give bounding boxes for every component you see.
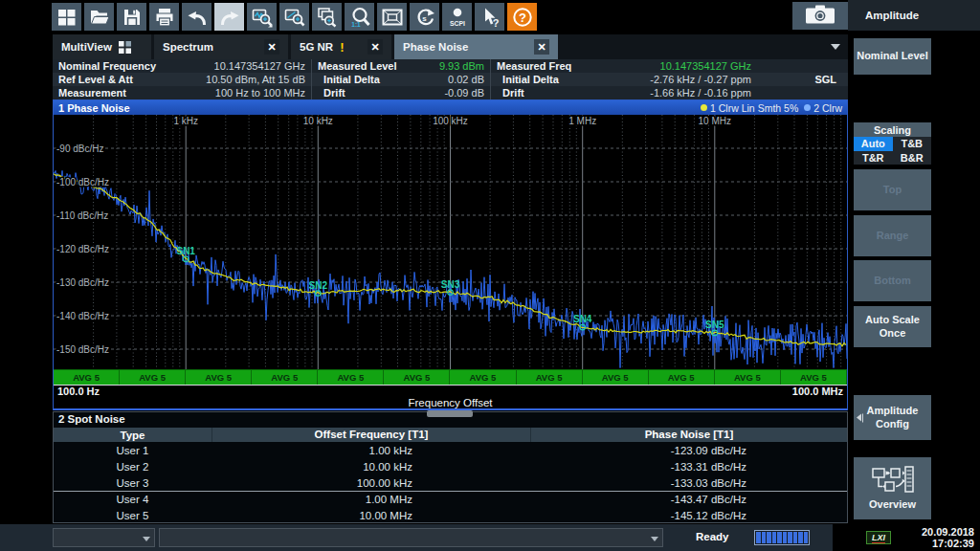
display-frame-icon: [381, 6, 404, 29]
chevron-down-icon: [651, 537, 658, 541]
zoom-one-to-one-button[interactable]: 1:1: [345, 3, 374, 31]
spot-noise-window[interactable]: 2 Spot Noise TypeOffset Frequency [T1]Ph…: [53, 411, 848, 523]
context-help-icon: ?: [479, 6, 501, 29]
open-file-button[interactable]: [84, 3, 114, 31]
status-dropdown-left[interactable]: [53, 528, 155, 547]
averaging-status-bar: AVG 5AVG 5AVG 5AVG 5AVG 5AVG 5AVG 5AVG 5…: [54, 369, 847, 386]
x-axis-title: Frequency Offset: [54, 397, 847, 409]
instrument-screen: { "toolbar": { "buttons": [ {"icon":"win…: [0, 0, 980, 551]
softkey-menu-title: Amplitude: [848, 0, 936, 31]
progress-segment: [777, 532, 782, 543]
screenshot-camera-button[interactable]: [792, 2, 848, 30]
save-button[interactable]: [117, 3, 146, 31]
svg-text:?: ?: [492, 16, 499, 28]
progress-segment: [788, 532, 792, 543]
y-tick-label: -100 dBc/Hz: [56, 177, 109, 187]
y-tick-label: -150 dBc/Hz: [56, 344, 109, 355]
redo-button: [214, 3, 244, 31]
avg-segment: AVG 5: [715, 369, 781, 385]
softkey-overview[interactable]: Overview: [854, 457, 931, 519]
scaling-option-tandr[interactable]: T&R: [854, 151, 893, 165]
info-value: 100 Hz to 100 MHz: [215, 87, 305, 99]
close-icon[interactable]: ✕: [264, 39, 279, 55]
y-tick-label: -110 dBc/Hz: [56, 210, 108, 221]
softkey-top: Top: [854, 169, 931, 210]
redo-icon: [218, 6, 241, 29]
softkey-nominal-level[interactable]: Nominal Level: [854, 38, 931, 75]
undo-button[interactable]: [182, 3, 212, 31]
window-splitter-handle[interactable]: [427, 410, 473, 417]
camera-icon: [804, 4, 836, 29]
y-tick-label: -130 dBc/Hz: [56, 277, 109, 288]
column-header: Offset Frequency [T1]: [212, 428, 530, 442]
info-label: Measured Level: [318, 60, 397, 72]
tab-label: Spectrum: [163, 41, 213, 53]
scpi-recorder-button[interactable]: SCPI: [442, 3, 472, 31]
zoom-1to1-icon: 1:1: [348, 6, 371, 29]
info-label: Nominal Frequency: [58, 60, 156, 72]
info-row: Measured Freq10.147354127 GHz: [491, 59, 848, 73]
status-dropdown-main[interactable]: [159, 528, 663, 547]
tab-multiview[interactable]: MultiView: [53, 34, 151, 59]
softkey-amplitude-config[interactable]: Amplitude Config: [854, 395, 931, 440]
spot-phase-noise: -145.12 dBc/Hz: [530, 510, 847, 521]
spot-offset-frequency: 100.00 kHz: [212, 477, 530, 489]
scaling-softkey-group: Scaling AutoT&BT&RB&R: [854, 122, 931, 165]
progress-segment: [767, 532, 771, 543]
softkey-label: Overview: [869, 498, 916, 512]
tab-spectrum[interactable]: Spectrum✕: [154, 34, 288, 59]
avg-segment: AVG 5: [517, 369, 583, 385]
zoom-graph-icon: [251, 6, 274, 29]
spot-noise-table: TypeOffset Frequency [T1]Phase Noise [T1…: [54, 428, 847, 523]
progress-segment: [804, 532, 809, 543]
tab-5g-nr[interactable]: 5G NR!✕: [291, 34, 391, 59]
tab-overflow-chevron-icon[interactable]: [831, 44, 840, 50]
zoom-graph-button[interactable]: [247, 3, 277, 31]
phase-noise-window-title: 1 Phase Noise: [58, 102, 130, 114]
tab-phase-noise[interactable]: Phase Noise✕: [394, 34, 558, 59]
y-tick-label: -140 dBc/Hz: [56, 311, 109, 321]
context-help-button[interactable]: ?: [475, 3, 504, 31]
overview-flow-icon: [871, 465, 915, 497]
scaling-label: Scaling: [854, 122, 931, 137]
x-axis-stop-label: 100.0 MHz: [792, 386, 843, 397]
scaling-option-tandb[interactable]: T&B: [893, 137, 932, 151]
phase-noise-plot[interactable]: SN1SN2SN3SN4SN51 kHz10 kHz100 kHz1 MHz10…: [54, 115, 847, 369]
close-icon[interactable]: ✕: [368, 39, 383, 55]
undo-icon: [186, 6, 209, 29]
help-button[interactable]: ?: [507, 3, 537, 31]
submenu-arrow-icon: [857, 413, 863, 422]
svg-text:SN4: SN4: [573, 314, 592, 324]
softkey-auto-scale-once[interactable]: Auto Scale Once: [854, 306, 931, 347]
softkey-label: Nominal Level: [857, 50, 928, 63]
phase-noise-window[interactable]: 1 Phase Noise 1 Clrw Lin Smth 5%2 Clrw S…: [53, 99, 848, 410]
scaling-option-auto[interactable]: Auto: [854, 137, 893, 151]
progress-segment: [783, 532, 788, 543]
info-value: 9.93 dBm: [439, 60, 484, 72]
svg-text:1:1: 1:1: [351, 21, 361, 28]
spot-phase-noise: -133.31 dBc/Hz: [530, 461, 847, 473]
windows-menu-button[interactable]: [52, 3, 81, 31]
zoom-area-button[interactable]: [279, 3, 309, 31]
legend-trace-1: 1 Clrw Lin Smth 5%: [701, 102, 798, 114]
close-icon[interactable]: ✕: [534, 39, 549, 55]
status-bar: Ready LXI 20.09.2018 17:02:39: [0, 524, 980, 551]
toolbar: 1:1sSCPI??: [52, 3, 537, 31]
single-repeat-button[interactable]: s: [410, 3, 439, 31]
print-button[interactable]: [149, 3, 179, 31]
spot-phase-noise: -133.03 dBc/Hz: [530, 477, 847, 489]
legend-trace-2: 2 Clrw: [804, 102, 842, 114]
info-value: -2.76 kHz / -0.27 ppm: [650, 74, 751, 85]
svg-text:SN1: SN1: [176, 246, 195, 256]
x-axis-range: 100.0 Hz 100.0 MHz: [54, 386, 847, 397]
svg-text:SN5: SN5: [705, 320, 724, 330]
softkey-label: Auto Scale Once: [856, 314, 929, 341]
softkey-label: Bottom: [874, 275, 911, 288]
svg-text:SN3: SN3: [441, 279, 460, 290]
display-update-button[interactable]: [377, 3, 407, 31]
scaling-option-bandr[interactable]: B&R: [893, 151, 932, 165]
status-panel: Ready: [0, 524, 833, 551]
spot-offset-frequency: 1.00 MHz: [212, 494, 530, 505]
info-label: Ref Level & Att: [58, 74, 133, 85]
zoom-multi-window-button[interactable]: [312, 3, 342, 31]
